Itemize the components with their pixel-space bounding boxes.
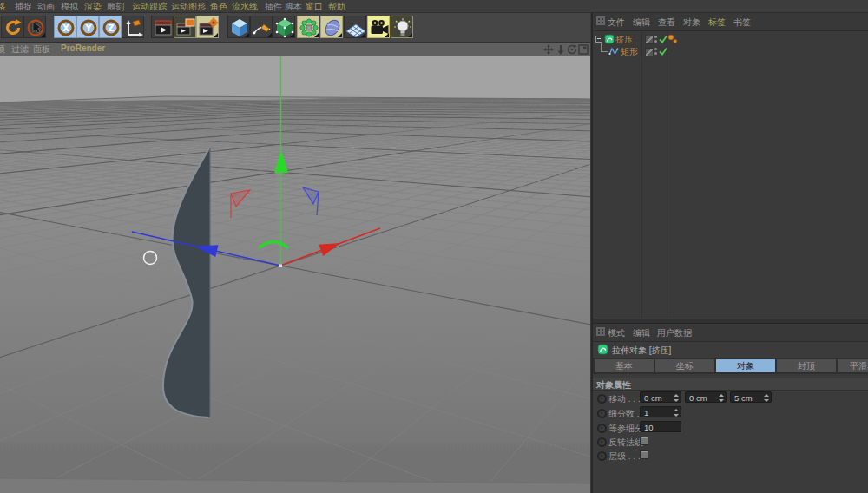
- right-panel: 文件 编辑 查看 对象 标签 书签 挤压 矩形: [591, 13, 868, 493]
- tab-phong[interactable]: 平滑着色: [838, 359, 868, 372]
- light-icon[interactable]: [391, 16, 413, 38]
- property-row-flip-normals: 反转法线: [593, 435, 868, 449]
- pan-icon[interactable]: [543, 44, 554, 55]
- menu-item[interactable]: 运动跟踪: [132, 1, 167, 13]
- property-row-movement: 移动 . . . 0 cm 0 cm 5 cm: [593, 391, 868, 405]
- render-settings-icon[interactable]: [196, 16, 219, 38]
- visibility-dots-icon[interactable]: [654, 36, 657, 43]
- keyframe-circle-icon[interactable]: [597, 424, 607, 433]
- tab-coordinates[interactable]: 坐标: [655, 359, 714, 372]
- coordinate-system-icon[interactable]: [122, 16, 144, 38]
- menu-item[interactable]: 动画: [37, 1, 55, 13]
- menu-item[interactable]: 插件: [265, 1, 282, 13]
- tab-caps[interactable]: 封顶: [777, 359, 836, 372]
- layer-swatch-icon[interactable]: [645, 48, 654, 56]
- menu-item[interactable]: 流水线: [232, 1, 258, 13]
- movement-z-field[interactable]: 5 cm: [730, 391, 772, 403]
- toggle-view-icon[interactable]: [578, 44, 589, 55]
- tag-orange-dots-icon[interactable]: [667, 34, 678, 44]
- visibility-dots-icon[interactable]: [654, 48, 657, 56]
- om-menu-item[interactable]: 文件: [608, 16, 625, 29]
- scene-canvas[interactable]: [0, 56, 590, 493]
- am-menu-item[interactable]: 用户数据: [657, 327, 692, 339]
- expand-toggle-icon[interactable]: [595, 36, 602, 43]
- object-row-extrude[interactable]: 挤压: [593, 33, 868, 45]
- om-column-divider: [667, 31, 667, 319]
- menu-item[interactable]: 运动图形: [171, 1, 206, 13]
- property-label: 反转法线: [608, 437, 643, 449]
- movement-y-field[interactable]: 0 cm: [685, 391, 727, 403]
- am-menu-item[interactable]: 模式: [608, 327, 625, 339]
- flip-normals-checkbox[interactable]: [640, 437, 648, 445]
- render-picture-viewer-icon[interactable]: [174, 16, 196, 38]
- menu-item[interactable]: 捕捉: [15, 1, 32, 13]
- layer-swatch-icon[interactable]: [645, 36, 654, 44]
- object-name[interactable]: 矩形: [621, 46, 638, 58]
- render-view-icon[interactable]: [151, 16, 174, 38]
- viewport-3d[interactable]: [0, 56, 590, 493]
- tab-object[interactable]: 对象: [716, 359, 775, 372]
- undo-icon[interactable]: [1, 16, 23, 38]
- keyframe-circle-icon[interactable]: [597, 409, 607, 418]
- viewport-menu-item[interactable]: 过滤: [11, 43, 29, 56]
- menu-item[interactable]: 格: [0, 1, 5, 13]
- keyframe-circle-icon[interactable]: [597, 451, 607, 461]
- hierarchy-checkbox[interactable]: [640, 450, 648, 459]
- object-name[interactable]: 挤压: [615, 34, 633, 46]
- iso-subdivision-field[interactable]: 10: [640, 421, 681, 432]
- panel-grip-icon[interactable]: [596, 16, 605, 25]
- floor-icon[interactable]: [344, 16, 366, 38]
- panel-grip-icon[interactable]: [596, 327, 605, 336]
- viewport-menu-item[interactable]: 面板: [33, 43, 50, 56]
- live-selection-icon[interactable]: [23, 16, 46, 38]
- spinner-icon[interactable]: [674, 409, 679, 417]
- subdivision-field[interactable]: 1: [640, 406, 681, 417]
- movement-x-field[interactable]: 0 cm: [640, 391, 681, 403]
- menu-item[interactable]: 窗口: [306, 1, 323, 13]
- property-row-subdivision: 细分数 . . 1: [593, 406, 868, 420]
- dolly-icon[interactable]: [556, 44, 566, 55]
- subdivision-surface-icon[interactable]: [273, 16, 295, 38]
- rotate-icon[interactable]: [567, 44, 577, 55]
- spinner-icon[interactable]: [674, 394, 679, 402]
- spline-pen-icon[interactable]: [250, 16, 273, 38]
- om-menu-item[interactable]: 书签: [733, 16, 751, 29]
- menu-item[interactable]: 脚本: [285, 1, 302, 13]
- lock-z-axis-icon[interactable]: Z: [99, 16, 122, 38]
- object-row-rectangle[interactable]: 矩形: [593, 45, 868, 57]
- tab-basic[interactable]: 基本: [595, 359, 654, 372]
- attribute-tabs: 基本 坐标 对象 封顶 平滑着色: [593, 358, 868, 374]
- am-menu-item[interactable]: 编辑: [633, 327, 650, 339]
- deformer-icon[interactable]: [320, 16, 343, 38]
- property-label: 移动 . . .: [608, 393, 641, 405]
- om-menu-item[interactable]: 对象: [683, 16, 700, 29]
- object-manager-tree[interactable]: 挤压 矩形: [593, 31, 868, 319]
- om-menu-item[interactable]: 编辑: [633, 16, 650, 29]
- lock-y-axis-icon[interactable]: Y: [76, 16, 99, 38]
- viewport-menu-item[interactable]: 项: [0, 43, 5, 56]
- lock-x-axis-icon[interactable]: X: [54, 16, 76, 38]
- viewport-menubar: 项 过滤 面板 ProRender: [0, 43, 590, 56]
- array-generator-icon[interactable]: [297, 16, 319, 38]
- om-menu-item[interactable]: 标签: [708, 16, 726, 29]
- keyframe-circle-icon[interactable]: [597, 437, 607, 447]
- object-manager-menubar: 文件 编辑 查看 对象 标签 书签: [593, 13, 868, 31]
- menu-item[interactable]: 角色: [210, 1, 227, 13]
- menu-item[interactable]: 帮助: [328, 1, 345, 13]
- viewport-menu-item-prorender[interactable]: ProRender: [61, 43, 105, 53]
- om-menu-item[interactable]: 查看: [658, 16, 675, 29]
- camera-icon[interactable]: [367, 16, 390, 38]
- spinner-icon[interactable]: [719, 394, 724, 402]
- object-properties-section[interactable]: 对象属性: [593, 378, 868, 391]
- enabled-check-icon[interactable]: [659, 47, 667, 56]
- menu-item[interactable]: 模拟: [61, 1, 78, 13]
- add-cube-icon[interactable]: [227, 16, 250, 38]
- enabled-check-icon[interactable]: [659, 35, 667, 43]
- spinner-icon[interactable]: [764, 394, 769, 402]
- menu-item[interactable]: 渲染: [84, 1, 102, 13]
- gizmo-origin[interactable]: [279, 265, 283, 268]
- menu-item[interactable]: 雕刻: [107, 1, 124, 13]
- keyframe-circle-icon[interactable]: [597, 394, 607, 404]
- property-row-hierarchy: 层级 . . .: [593, 449, 868, 463]
- section-label: 对象属性: [596, 379, 631, 391]
